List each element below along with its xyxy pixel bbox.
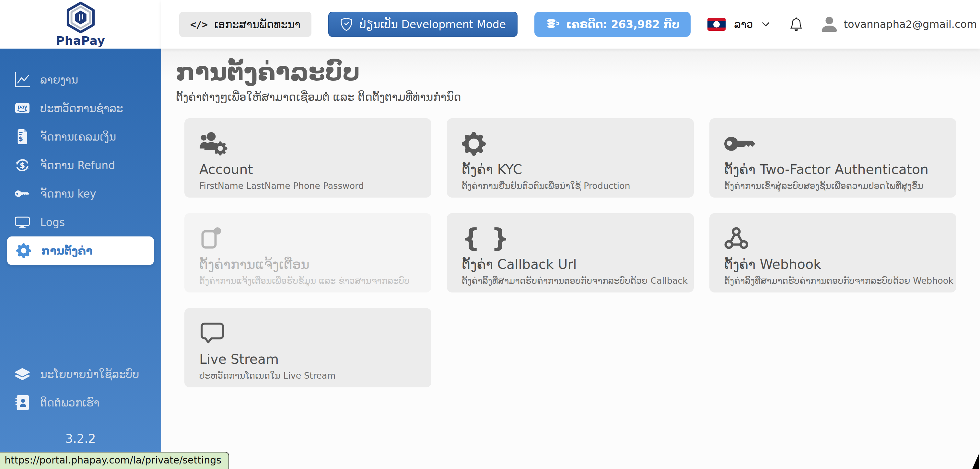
topbar-right-group: ລາວ tovannapha2@gmail.com bbox=[708, 14, 980, 34]
topbar: </> ເອກະສານພັດທະນາ ປ່ຽນເປັນ Development … bbox=[161, 0, 980, 49]
chat-icon bbox=[199, 322, 226, 346]
refund-icon: $ bbox=[15, 158, 30, 173]
card-title: ຕັ້ງຄ່າ Callback Url bbox=[462, 257, 679, 272]
page-subtitle: ຕັ້ງຄ່າຕ່າງໆເພື່ອໃຫ້ສາມາດເຊື່ອມຕໍ່ ແລະ ຕ… bbox=[176, 91, 980, 103]
credit-balance-label: ເຄຣດິດ: 263,982 ກີບ bbox=[566, 18, 679, 31]
phapay-hexagon-logo-icon bbox=[64, 2, 97, 33]
settings-card-users-gear[interactable]: AccountFirstName LastName Phone Password bbox=[185, 118, 431, 197]
code-icon: </> bbox=[190, 19, 208, 30]
key-icon bbox=[15, 186, 30, 201]
notifications-bell-icon[interactable] bbox=[789, 17, 803, 31]
sidebar: ລາຍງານpayປະຫວັດການຊຳລະ$ຈັດການເຄລມເງິນ$ຈັ… bbox=[0, 49, 161, 469]
sidebar-item-invoice[interactable]: $ຈັດການເຄລມເງິນ bbox=[0, 122, 161, 151]
card-title: ຕັ້ງຄ່າ KYC bbox=[462, 162, 679, 177]
card-description: ຕັ້ງຄ່າການເຂົ້າສູ່ລະບົບສອງຊັ້ນເພື່ອຄວາມປ… bbox=[724, 181, 942, 191]
sidebar-spacer bbox=[0, 265, 161, 360]
card-description: ຕັ້ງຄ່າລິ້ງທີ່ສາມາດຮັບຄ່າການຕອບກັບຈາກລະບ… bbox=[462, 276, 679, 286]
settings-card-webhook[interactable]: ຕັ້ງຄ່າ Webhookຕັ້ງຄ່າລິ້ງທີ່ສາມາດຮັບຄ່າ… bbox=[710, 213, 956, 293]
webhook-icon bbox=[724, 227, 748, 251]
users-gear-icon-wrap bbox=[199, 132, 417, 156]
shield-check-icon bbox=[340, 18, 353, 31]
left-column: PhaPay ລາຍງານpayປະຫວັດການຊຳລະ$ຈັດການເຄລມ… bbox=[0, 0, 161, 469]
key-big-icon bbox=[724, 132, 756, 156]
switch-dev-mode-label: ປ່ຽນເປັນ Development Mode bbox=[360, 18, 506, 31]
sidebar-item-pay[interactable]: payປະຫວັດການຊຳລະ bbox=[0, 94, 161, 122]
invoice-icon: $ bbox=[15, 129, 30, 144]
language-label[interactable]: ລາວ bbox=[734, 18, 753, 30]
card-title: ຕັ້ງຄ່າ Webhook bbox=[724, 257, 942, 272]
sidebar-item-refund[interactable]: $ຈັດການ Refund bbox=[0, 151, 161, 180]
contact-icon bbox=[15, 395, 30, 410]
sidebar-item-label: ລາຍງານ bbox=[40, 73, 78, 86]
card-description: ຕັ້ງຄ່າລິ້ງທີ່ສາມາດຮັບຄ່າການຕອບກັບຈາກລະບ… bbox=[724, 276, 942, 286]
braces-icon: { } bbox=[462, 227, 511, 250]
sidebar-item-label: ນະໂຍບາຍນຳໃຊ້ລະບົບ bbox=[40, 368, 139, 381]
user-avatar-icon[interactable] bbox=[819, 14, 839, 34]
settings-page: ການຕັ້ງຄ່າລະບົບ ຕັ້ງຄ່າຕ່າງໆເພື່ອໃຫ້ສາມາ… bbox=[161, 49, 980, 469]
coins-icon bbox=[546, 17, 560, 32]
monitor-icon bbox=[15, 215, 30, 230]
settings-card-key-big[interactable]: ຕັ້ງຄ່າ Two-Factor Authenticatonຕັ້ງຄ່າກ… bbox=[710, 118, 956, 197]
gear-icon bbox=[16, 243, 31, 258]
sidebar-item-chart[interactable]: ລາຍງານ bbox=[0, 65, 161, 94]
key-big-icon-wrap bbox=[724, 132, 942, 156]
sidebar-item-label: ຕິດຕໍ່ພວກເຮົາ bbox=[40, 396, 100, 409]
brand-logo[interactable]: PhaPay bbox=[0, 0, 161, 49]
sidebar-item-contact[interactable]: ຕິດຕໍ່ພວກເຮົາ bbox=[0, 388, 161, 417]
svg-text:$: $ bbox=[20, 161, 25, 170]
developer-docs-label: ເອກະສານພັດທະນາ bbox=[214, 18, 301, 31]
sidebar-bottom-menu: ນະໂຍບາຍນຳໃຊ້ລະບົບຕິດຕໍ່ພວກເຮົາ bbox=[0, 360, 161, 417]
svg-text:$: $ bbox=[19, 135, 23, 143]
sidebar-item-key[interactable]: ຈັດການ key bbox=[0, 180, 161, 208]
sidebar-item-monitor[interactable]: Logs bbox=[0, 208, 161, 237]
sidebar-item-gear[interactable]: ການຕັ້ງຄ່າ bbox=[7, 237, 154, 265]
svg-text:pay: pay bbox=[18, 104, 27, 110]
card-title: Live Stream bbox=[199, 352, 417, 367]
gear-big-icon-wrap bbox=[462, 132, 679, 156]
chat-icon-wrap bbox=[199, 322, 417, 346]
settings-card-notification: ຕັ້ງຄ່າການແຈ້ງເຕືອນຕັ້ງຄ່າການແຈ້ງເຕືອນເພ… bbox=[185, 213, 431, 293]
app-version: 3.2.2 bbox=[0, 432, 161, 446]
app-window: PhaPay ລາຍງານpayປະຫວັດການຊຳລະ$ຈັດການເຄລມ… bbox=[0, 0, 980, 469]
settings-card-chat[interactable]: Live Streamປະຫວັດການໂດເນດໃນ Live Stream bbox=[185, 308, 431, 387]
brand-name: PhaPay bbox=[56, 34, 105, 47]
card-description: ຕັ້ງຄ່າການຢືນຢັນຕົວຕົນເພື່ອນຳໃຊ້ Product… bbox=[462, 181, 679, 191]
notification-icon bbox=[199, 227, 223, 251]
credit-balance-button[interactable]: ເຄຣດິດ: 263,982 ກີບ bbox=[535, 12, 690, 37]
sidebar-item-label: ຈັດການເຄລມເງິນ bbox=[40, 130, 116, 143]
pay-icon: pay bbox=[15, 101, 30, 116]
sidebar-item-label: ຈັດການ Refund bbox=[40, 159, 115, 172]
card-description: ປະຫວັດການໂດເນດໃນ Live Stream bbox=[199, 370, 417, 381]
page-title: ການຕັ້ງຄ່າລະບົບ bbox=[176, 58, 980, 86]
settings-cards-grid: AccountFirstName LastName Phone Password… bbox=[185, 118, 980, 387]
braces-icon-wrap: { } bbox=[462, 227, 679, 251]
card-description: FirstName LastName Phone Password bbox=[199, 181, 417, 191]
sidebar-item-label: Logs bbox=[40, 216, 65, 229]
laos-flag-icon[interactable] bbox=[708, 18, 725, 31]
chevron-down-icon[interactable] bbox=[761, 19, 771, 29]
card-title: ຕັ້ງຄ່າ Two-Factor Authenticaton bbox=[724, 162, 942, 177]
status-url-tooltip: https://portal.phapay.com/la/private/set… bbox=[0, 452, 229, 469]
card-description: ຕັ້ງຄ່າການແຈ້ງເຕືອນເພື່ອຮັບຂໍ້ມູນ ແລະ ຂ່… bbox=[199, 276, 417, 286]
settings-card-gear-big[interactable]: ຕັ້ງຄ່າ KYCຕັ້ງຄ່າການຢືນຢັນຕົວຕົນເພື່ອນຳ… bbox=[447, 118, 694, 197]
sidebar-item-label: ຈັດການ key bbox=[40, 188, 96, 200]
card-title: Account bbox=[199, 162, 417, 177]
gear-big-icon bbox=[462, 132, 486, 156]
developer-docs-button[interactable]: </> ເອກະສານພັດທະນາ bbox=[179, 12, 312, 37]
settings-card-braces[interactable]: { }ຕັ້ງຄ່າ Callback Urlຕັ້ງຄ່າລິ້ງທີ່ສາມ… bbox=[447, 213, 694, 293]
webhook-icon-wrap bbox=[724, 227, 942, 251]
sidebar-menu: ລາຍງານpayປະຫວັດການຊຳລະ$ຈັດການເຄລມເງິນ$ຈັ… bbox=[0, 65, 161, 265]
sidebar-item-layers[interactable]: ນະໂຍບາຍນຳໃຊ້ລະບົບ bbox=[0, 360, 161, 388]
layers-icon bbox=[15, 367, 30, 382]
notification-icon-wrap bbox=[199, 227, 417, 251]
switch-dev-mode-button[interactable]: ປ່ຽນເປັນ Development Mode bbox=[328, 12, 517, 37]
users-gear-icon bbox=[199, 132, 228, 156]
user-email[interactable]: tovannapha2@gmail.com bbox=[844, 18, 977, 30]
sidebar-item-label: ປະຫວັດການຊຳລະ bbox=[40, 102, 123, 114]
sidebar-item-label: ການຕັ້ງຄ່າ bbox=[41, 245, 92, 257]
main-column: </> ເອກະສານພັດທະນາ ປ່ຽນເປັນ Development … bbox=[161, 0, 980, 469]
card-title: ຕັ້ງຄ່າການແຈ້ງເຕືອນ bbox=[199, 257, 417, 272]
chart-icon bbox=[15, 72, 30, 87]
